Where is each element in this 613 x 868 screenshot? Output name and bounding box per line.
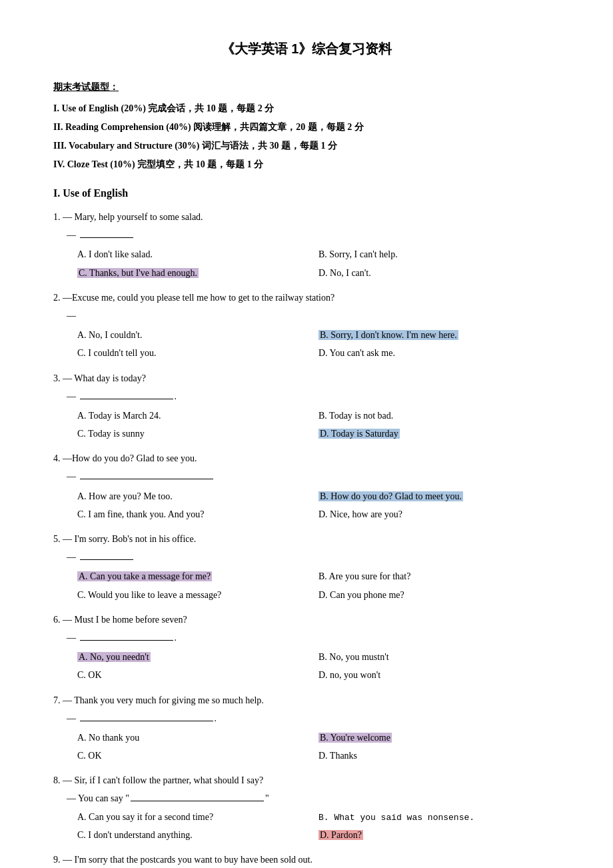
q4-prompt: 4. —How do you do? Glad to see you. <box>53 450 560 467</box>
q1-optA: A. I don't like salad. <box>77 246 318 263</box>
q4-optC: C. I am fine, thank you. And you? <box>77 506 318 523</box>
q2-optC: C. I couldn't tell you. <box>77 345 318 361</box>
q7-optC: C. OK <box>77 747 318 764</box>
q8-optD: D. Pardon? <box>318 827 560 843</box>
exam-type-1: I. Use of English (20%) 完成会话，共 10 题，每题 2… <box>53 99 560 118</box>
q2-optB: B. Sorry, I don't know. I'm new here. <box>318 327 560 343</box>
q7-prompt: 7. — Thank you very much for giving me s… <box>53 692 560 709</box>
question-4: 4. —How do you do? Glad to see you. — A.… <box>53 450 560 523</box>
question-5: 5. — I'm sorry. Bob's not in his office.… <box>53 531 560 603</box>
q3-optA: A. Today is March 24. <box>77 407 318 424</box>
q2-optD: D. You can't ask me. <box>318 345 560 361</box>
q6-optB: B. No, you mustn't <box>318 649 560 665</box>
q5-optD: D. Can you phone me? <box>318 587 560 603</box>
q6-prompt: 6. — Must I be home before seven? <box>53 611 560 628</box>
page-title: 《大学英语 1》综合复习资料 <box>53 40 560 58</box>
exam-type-2: II. Reading Comprehension (40%) 阅读理解，共四篇… <box>53 118 560 137</box>
question-6: 6. — Must I be home before seven? — . A.… <box>53 611 560 684</box>
q4-optA: A. How are you? Me too. <box>77 488 318 505</box>
q4-optD: D. Nice, how are you? <box>318 506 560 523</box>
q6-optC: C. OK <box>77 667 318 683</box>
q3-optB: B. Today is not bad. <box>318 407 560 424</box>
question-8: 8. — Sir, if I can't follow the partner,… <box>53 772 560 843</box>
q8-prompt2: — You can say "" <box>67 790 560 807</box>
q8-optB: B. What you said was nonsense. <box>318 809 560 825</box>
q3-blank: — . <box>67 388 560 405</box>
q3-optC: C. Today is sunny <box>77 425 318 442</box>
q6-optD: D. no, you won't <box>318 667 560 683</box>
question-2: 2. —Excuse me, could you please tell me … <box>53 289 560 362</box>
exam-type-4: IV. Cloze Test (10%) 完型填空，共 10 题，每题 1 分 <box>53 155 560 174</box>
q1-optD: D. No, I can't. <box>318 265 560 281</box>
q5-blank: — <box>67 549 560 565</box>
q3-prompt: 3. — What day is today? <box>53 370 560 387</box>
q2-prompt: 2. —Excuse me, could you please tell me … <box>53 289 560 306</box>
q1-optB: B. Sorry, I can't help. <box>318 246 560 263</box>
q5-optA: A. Can you take a message for me? <box>77 568 318 585</box>
q8-prompt: 8. — Sir, if I can't follow the partner,… <box>53 772 560 789</box>
q3-optD: D. Today is Saturday <box>318 425 560 442</box>
q4-blank: — <box>67 468 560 485</box>
q5-optB: B. Are you sure for that? <box>318 568 560 585</box>
question-1: 1. — Mary, help yourself to some salad. … <box>53 209 560 281</box>
q9-prompt: 9. — I'm sorry that the postcards you wa… <box>53 851 560 868</box>
exam-info-section: 期末考试题型： I. Use of English (20%) 完成会话，共 1… <box>53 78 560 174</box>
section1-title: I. Use of English <box>53 187 560 199</box>
q2-blank: — <box>67 307 560 324</box>
q2-optA: A. No, I couldn't. <box>77 327 318 343</box>
q5-optC: C. Would you like to leave a message? <box>77 587 318 603</box>
q8-optC: C. I don't understand anything. <box>77 827 318 843</box>
exam-type-3: III. Vocabulary and Structure (30%) 词汇与语… <box>53 137 560 155</box>
q5-prompt: 5. — I'm sorry. Bob's not in his office. <box>53 531 560 547</box>
q8-optA: A. Can you say it for a second time? <box>77 809 318 825</box>
q7-optD: D. Thanks <box>318 747 560 764</box>
q1-optC: C. Thanks, but I've had enough. <box>77 265 318 281</box>
q1-blank: — <box>67 227 560 243</box>
question-3: 3. — What day is today? — . A. Today is … <box>53 370 560 443</box>
q1-prompt: 1. — Mary, help yourself to some salad. <box>53 209 560 225</box>
question-7: 7. — Thank you very much for giving me s… <box>53 692 560 765</box>
question-9: 9. — I'm sorry that the postcards you wa… <box>53 851 560 868</box>
q6-blank: — . <box>67 629 560 646</box>
q7-blank: — . <box>67 710 560 727</box>
exam-type-header: 期末考试题型： <box>53 78 560 97</box>
q6-optA: A. No, you needn't <box>77 649 318 665</box>
q7-optB: B. You're welcome <box>318 729 560 746</box>
q7-optA: A. No thank you <box>77 729 318 746</box>
q4-optB: B. How do you do? Glad to meet you. <box>318 488 560 505</box>
